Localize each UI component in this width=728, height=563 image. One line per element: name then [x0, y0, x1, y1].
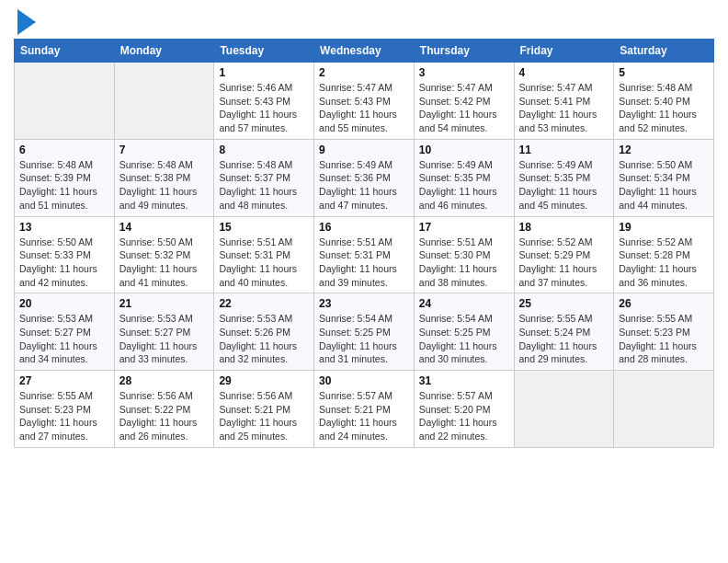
day-info: Sunrise: 5:50 AMSunset: 5:32 PMDaylight:…: [119, 236, 210, 290]
day-info: Sunrise: 5:54 AMSunset: 5:25 PMDaylight:…: [319, 312, 409, 366]
day-number: 25: [519, 297, 609, 310]
day-info: Sunrise: 5:56 AMSunset: 5:21 PMDaylight:…: [219, 389, 309, 443]
day-info: Sunrise: 5:52 AMSunset: 5:29 PMDaylight:…: [519, 236, 609, 290]
day-of-week-header: Tuesday: [214, 40, 314, 63]
calendar-cell: 10Sunrise: 5:49 AMSunset: 5:35 PMDayligh…: [414, 139, 514, 216]
day-number: 14: [119, 221, 210, 234]
day-number: 15: [219, 221, 309, 234]
day-number: 3: [419, 66, 509, 79]
calendar-header: SundayMondayTuesdayWednesdayThursdayFrid…: [15, 40, 714, 63]
day-number: 26: [619, 297, 709, 310]
day-number: 19: [619, 221, 709, 234]
calendar-cell: 9Sunrise: 5:49 AMSunset: 5:36 PMDaylight…: [314, 139, 415, 216]
day-number: 4: [519, 66, 609, 79]
day-info: Sunrise: 5:49 AMSunset: 5:35 PMDaylight:…: [519, 158, 609, 213]
day-number: 1: [219, 66, 309, 79]
day-info: Sunrise: 5:55 AMSunset: 5:23 PMDaylight:…: [619, 312, 709, 366]
calendar-cell: 28Sunrise: 5:56 AMSunset: 5:22 PMDayligh…: [114, 371, 214, 448]
calendar-week-row: 27Sunrise: 5:55 AMSunset: 5:23 PMDayligh…: [15, 371, 714, 448]
day-info: Sunrise: 5:48 AMSunset: 5:40 PMDaylight:…: [619, 81, 709, 135]
calendar-cell: [15, 63, 115, 140]
logo: [14, 14, 36, 35]
day-info: Sunrise: 5:57 AMSunset: 5:20 PMDaylight:…: [419, 389, 509, 443]
day-info: Sunrise: 5:49 AMSunset: 5:36 PMDaylight:…: [319, 158, 409, 213]
day-of-week-header: Wednesday: [314, 40, 415, 63]
day-info: Sunrise: 5:51 AMSunset: 5:30 PMDaylight:…: [419, 236, 509, 290]
calendar-cell: 30Sunrise: 5:57 AMSunset: 5:21 PMDayligh…: [314, 371, 415, 448]
day-info: Sunrise: 5:49 AMSunset: 5:35 PMDaylight:…: [419, 158, 509, 213]
day-info: Sunrise: 5:54 AMSunset: 5:25 PMDaylight:…: [419, 312, 509, 366]
day-number: 21: [119, 297, 210, 310]
calendar-cell: 13Sunrise: 5:50 AMSunset: 5:33 PMDayligh…: [15, 216, 115, 293]
calendar-cell: 5Sunrise: 5:48 AMSunset: 5:40 PMDaylight…: [614, 63, 714, 140]
day-info: Sunrise: 5:48 AMSunset: 5:38 PMDaylight:…: [119, 158, 210, 213]
calendar-cell: 4Sunrise: 5:47 AMSunset: 5:41 PMDaylight…: [514, 63, 614, 140]
calendar-cell: 3Sunrise: 5:47 AMSunset: 5:42 PMDaylight…: [414, 63, 514, 140]
days-of-week-row: SundayMondayTuesdayWednesdayThursdayFrid…: [15, 40, 714, 63]
day-info: Sunrise: 5:47 AMSunset: 5:43 PMDaylight:…: [319, 81, 409, 135]
calendar-cell: 11Sunrise: 5:49 AMSunset: 5:35 PMDayligh…: [514, 139, 614, 216]
calendar-cell: 31Sunrise: 5:57 AMSunset: 5:20 PMDayligh…: [414, 371, 514, 448]
calendar-cell: 14Sunrise: 5:50 AMSunset: 5:32 PMDayligh…: [114, 216, 214, 293]
day-number: 24: [419, 297, 509, 310]
day-of-week-header: Monday: [114, 40, 214, 63]
calendar-cell: 21Sunrise: 5:53 AMSunset: 5:27 PMDayligh…: [114, 293, 214, 371]
day-number: 8: [219, 144, 309, 156]
calendar-cell: 16Sunrise: 5:51 AMSunset: 5:31 PMDayligh…: [314, 216, 415, 293]
calendar-cell: 25Sunrise: 5:55 AMSunset: 5:24 PMDayligh…: [514, 293, 614, 371]
calendar-cell: [514, 371, 614, 448]
day-number: 18: [519, 221, 609, 234]
day-info: Sunrise: 5:56 AMSunset: 5:22 PMDaylight:…: [119, 389, 210, 443]
day-of-week-header: Saturday: [614, 40, 714, 63]
calendar-week-row: 20Sunrise: 5:53 AMSunset: 5:27 PMDayligh…: [15, 293, 714, 371]
day-of-week-header: Friday: [514, 40, 614, 63]
calendar-cell: [114, 63, 214, 140]
calendar-cell: 15Sunrise: 5:51 AMSunset: 5:31 PMDayligh…: [214, 216, 314, 293]
day-info: Sunrise: 5:57 AMSunset: 5:21 PMDaylight:…: [319, 389, 409, 443]
calendar-cell: [614, 371, 714, 448]
calendar-week-row: 6Sunrise: 5:48 AMSunset: 5:39 PMDaylight…: [15, 139, 714, 216]
day-info: Sunrise: 5:47 AMSunset: 5:42 PMDaylight:…: [419, 81, 509, 135]
calendar-cell: 7Sunrise: 5:48 AMSunset: 5:38 PMDaylight…: [114, 139, 214, 216]
logo-arrow-icon: [17, 9, 36, 35]
calendar-cell: 1Sunrise: 5:46 AMSunset: 5:43 PMDaylight…: [214, 63, 314, 140]
day-of-week-header: Thursday: [414, 40, 514, 63]
day-number: 16: [319, 221, 409, 234]
calendar-cell: 29Sunrise: 5:56 AMSunset: 5:21 PMDayligh…: [214, 371, 314, 448]
day-number: 11: [519, 144, 609, 156]
day-number: 23: [319, 297, 409, 310]
calendar-table: SundayMondayTuesdayWednesdayThursdayFrid…: [14, 39, 714, 448]
day-number: 12: [619, 144, 709, 156]
day-number: 5: [619, 66, 709, 79]
calendar-cell: 12Sunrise: 5:50 AMSunset: 5:34 PMDayligh…: [614, 139, 714, 216]
day-number: 9: [319, 144, 409, 156]
day-info: Sunrise: 5:53 AMSunset: 5:26 PMDaylight:…: [219, 312, 309, 366]
calendar-cell: 19Sunrise: 5:52 AMSunset: 5:28 PMDayligh…: [614, 216, 714, 293]
calendar-cell: 23Sunrise: 5:54 AMSunset: 5:25 PMDayligh…: [314, 293, 415, 371]
day-info: Sunrise: 5:47 AMSunset: 5:41 PMDaylight:…: [519, 81, 609, 135]
calendar-cell: 17Sunrise: 5:51 AMSunset: 5:30 PMDayligh…: [414, 216, 514, 293]
calendar-cell: 20Sunrise: 5:53 AMSunset: 5:27 PMDayligh…: [15, 293, 115, 371]
day-info: Sunrise: 5:46 AMSunset: 5:43 PMDaylight:…: [219, 81, 309, 135]
calendar-cell: 8Sunrise: 5:48 AMSunset: 5:37 PMDaylight…: [214, 139, 314, 216]
calendar-cell: 27Sunrise: 5:55 AMSunset: 5:23 PMDayligh…: [15, 371, 115, 448]
day-number: 20: [19, 297, 109, 310]
calendar-cell: 24Sunrise: 5:54 AMSunset: 5:25 PMDayligh…: [414, 293, 514, 371]
day-number: 7: [119, 144, 210, 156]
calendar-week-row: 13Sunrise: 5:50 AMSunset: 5:33 PMDayligh…: [15, 216, 714, 293]
day-number: 6: [19, 144, 109, 156]
day-number: 30: [319, 374, 409, 387]
page-header: [14, 9, 714, 35]
calendar-cell: 6Sunrise: 5:48 AMSunset: 5:39 PMDaylight…: [15, 139, 115, 216]
day-number: 2: [319, 66, 409, 79]
day-number: 22: [219, 297, 309, 310]
day-info: Sunrise: 5:55 AMSunset: 5:24 PMDaylight:…: [519, 312, 609, 366]
day-info: Sunrise: 5:52 AMSunset: 5:28 PMDaylight:…: [619, 236, 709, 290]
day-info: Sunrise: 5:51 AMSunset: 5:31 PMDaylight:…: [319, 236, 409, 290]
day-number: 13: [19, 221, 109, 234]
day-info: Sunrise: 5:48 AMSunset: 5:39 PMDaylight:…: [19, 158, 109, 213]
day-of-week-header: Sunday: [15, 40, 115, 63]
day-number: 31: [419, 374, 509, 387]
day-number: 29: [219, 374, 309, 387]
day-info: Sunrise: 5:55 AMSunset: 5:23 PMDaylight:…: [19, 389, 109, 443]
